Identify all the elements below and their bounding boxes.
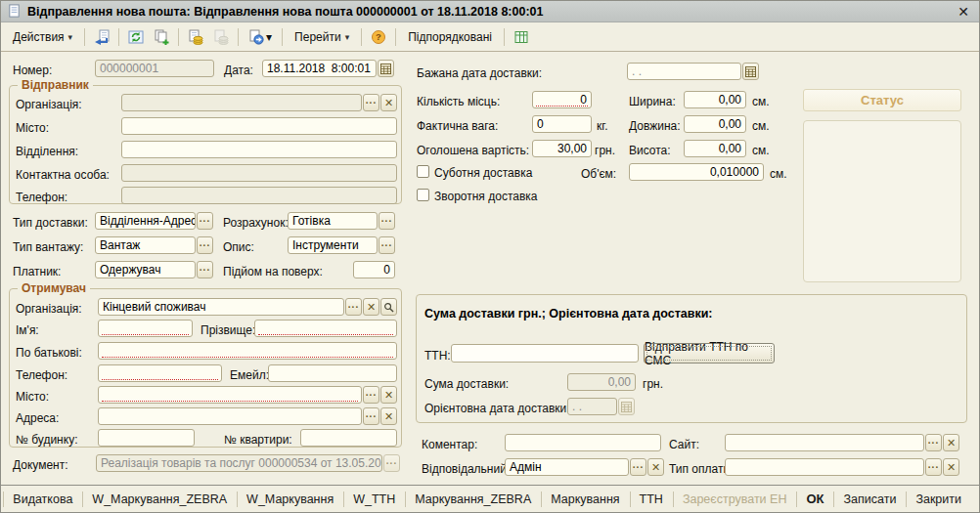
delivery-type-select-icon[interactable]: ...: [197, 212, 213, 230]
return-delivery-checkbox[interactable]: [417, 189, 429, 201]
calendar-picker-button[interactable]: [378, 60, 394, 77]
close-button[interactable]: Закрити: [906, 487, 971, 512]
places-count-field[interactable]: 0: [532, 91, 592, 108]
window-title: Відправлення нова пошта: Відправлення но…: [27, 5, 543, 19]
sender-org-clear-icon[interactable]: ✕: [380, 94, 397, 111]
sender-org-select-icon[interactable]: ...: [363, 94, 379, 111]
w-marking-button[interactable]: W_Маркування: [237, 487, 343, 512]
document-label: Документ:: [13, 458, 68, 472]
marking-zebra-button[interactable]: Маркування_ZEBRA: [405, 487, 541, 512]
email-field[interactable]: [268, 364, 397, 382]
recipient-org-select-icon[interactable]: ...: [345, 298, 362, 316]
marking-button[interactable]: Маркування: [541, 487, 629, 512]
calendar-picker-button[interactable]: [742, 63, 759, 80]
length-field[interactable]: 0,00: [684, 115, 746, 133]
ttn-button[interactable]: ТТН: [630, 487, 673, 512]
site-clear-icon[interactable]: ✕: [943, 434, 959, 451]
recipient-city-clear-icon[interactable]: ✕: [380, 386, 397, 404]
cargo-type-field[interactable]: Вантаж: [95, 236, 196, 254]
middle-name-field[interactable]: [98, 342, 397, 360]
recipient-group-legend: Отримувач: [18, 281, 90, 295]
recipient-phone-field[interactable]: [98, 364, 222, 382]
document-field[interactable]: Реалізація товарів та послуг 000000534 о…: [96, 454, 382, 472]
width-field[interactable]: 0,00: [684, 91, 746, 108]
description-field[interactable]: Інструменти: [288, 236, 378, 254]
declared-value-field[interactable]: 30,00: [532, 140, 592, 157]
payer-field[interactable]: Одержувач: [95, 261, 196, 278]
address-select-icon[interactable]: ...: [363, 407, 379, 425]
sender-org-field[interactable]: [121, 94, 362, 111]
recipient-org-row: Кінцевий споживач ... ✕: [98, 298, 397, 316]
ttn-field[interactable]: [451, 344, 639, 363]
w-ttn-button[interactable]: W_ТТН: [343, 487, 405, 512]
sender-branch-field[interactable]: [121, 141, 397, 158]
floor-lift-field[interactable]: 0: [353, 261, 395, 278]
help-button[interactable]: ?: [366, 26, 391, 48]
refresh-button[interactable]: [123, 26, 149, 48]
calc-field[interactable]: Готівка: [288, 212, 378, 230]
post-document-button[interactable]: [183, 26, 208, 48]
volume-field[interactable]: 0,010000: [629, 163, 764, 181]
status-button[interactable]: Статус: [803, 89, 961, 111]
output-button[interactable]: ▾: [243, 26, 278, 48]
site-select-icon[interactable]: ...: [925, 434, 942, 451]
height-field[interactable]: 0,00: [684, 140, 746, 157]
desired-date-row: . .: [627, 63, 759, 80]
recipient-city-label: Місто:: [16, 390, 49, 404]
floor-lift-label: Підйом на поверх:: [223, 265, 323, 278]
post-document-icon: [188, 29, 203, 45]
close-icon[interactable]: ✕: [954, 4, 973, 20]
apartment-label: № квартири:: [224, 433, 292, 447]
sender-contact-field[interactable]: [121, 164, 397, 182]
payer-select-icon[interactable]: ...: [197, 261, 213, 278]
sender-city-field[interactable]: [121, 117, 397, 135]
recipient-org-field[interactable]: Кінцевий споживач: [98, 298, 344, 316]
w-marking-zebra-button[interactable]: W_Маркування_ZEBRA: [82, 487, 237, 512]
responsible-select-icon[interactable]: ...: [630, 458, 646, 476]
recipient-org-clear-icon[interactable]: ✕: [363, 298, 379, 316]
date-field[interactable]: 18.11.2018 8:00:01: [262, 60, 377, 77]
sender-phone-field[interactable]: [121, 187, 397, 204]
send-ttn-sms-button[interactable]: Відправити ТТН по СМС: [644, 343, 775, 363]
copy-button[interactable]: [149, 26, 174, 48]
cargo-type-select-icon[interactable]: ...: [197, 236, 213, 254]
sender-phone-label: Телефон:: [16, 191, 67, 204]
sender-city-label: Місто:: [16, 121, 49, 135]
comment-field[interactable]: [505, 434, 661, 451]
description-select-icon[interactable]: ...: [379, 236, 395, 254]
address-field[interactable]: [98, 407, 362, 425]
payment-type-field[interactable]: [725, 458, 924, 476]
site-row: ... ✕: [725, 434, 959, 451]
site-field[interactable]: [725, 434, 924, 451]
save-button[interactable]: Записати: [833, 487, 906, 512]
goto-menu-button[interactable]: Перейти ▾: [287, 26, 357, 48]
responsible-clear-icon[interactable]: ✕: [647, 458, 664, 476]
payment-type-select-icon[interactable]: ...: [925, 458, 942, 476]
expense-invoice-button[interactable]: Видаткова: [3, 487, 82, 512]
recipient-city-select-icon[interactable]: ...: [363, 386, 379, 404]
recipient-city-field[interactable]: [98, 386, 362, 404]
recipient-org-search-icon[interactable]: [380, 298, 397, 316]
subordinates-button[interactable]: Підпорядковані: [400, 26, 500, 48]
ok-button[interactable]: ОК: [796, 487, 833, 512]
calendar-picker-button: [618, 398, 635, 415]
structure-report-button[interactable]: [509, 26, 534, 48]
number-label: Номер:: [13, 64, 52, 77]
house-number-field[interactable]: [98, 429, 195, 447]
actions-menu-button[interactable]: Действия ▾: [5, 26, 80, 48]
saturday-delivery-checkbox[interactable]: [417, 165, 429, 178]
actual-weight-field[interactable]: 0: [532, 115, 592, 133]
apartment-field[interactable]: [300, 429, 397, 447]
reread-button[interactable]: [89, 26, 114, 48]
middle-name-label: По батькові:: [16, 346, 82, 360]
payment-type-clear-icon[interactable]: ✕: [943, 458, 959, 476]
delivery-type-field[interactable]: Відділення-Адреса: [95, 212, 196, 230]
address-clear-icon[interactable]: ✕: [380, 407, 397, 425]
calc-select-icon[interactable]: ...: [379, 212, 395, 230]
desired-date-field[interactable]: . .: [627, 63, 741, 80]
last-name-field[interactable]: [254, 320, 397, 337]
responsible-field[interactable]: Адмін: [505, 458, 629, 476]
status-panel: [803, 120, 961, 282]
sender-org-row: ... ✕: [121, 94, 397, 111]
first-name-field[interactable]: [98, 320, 193, 337]
